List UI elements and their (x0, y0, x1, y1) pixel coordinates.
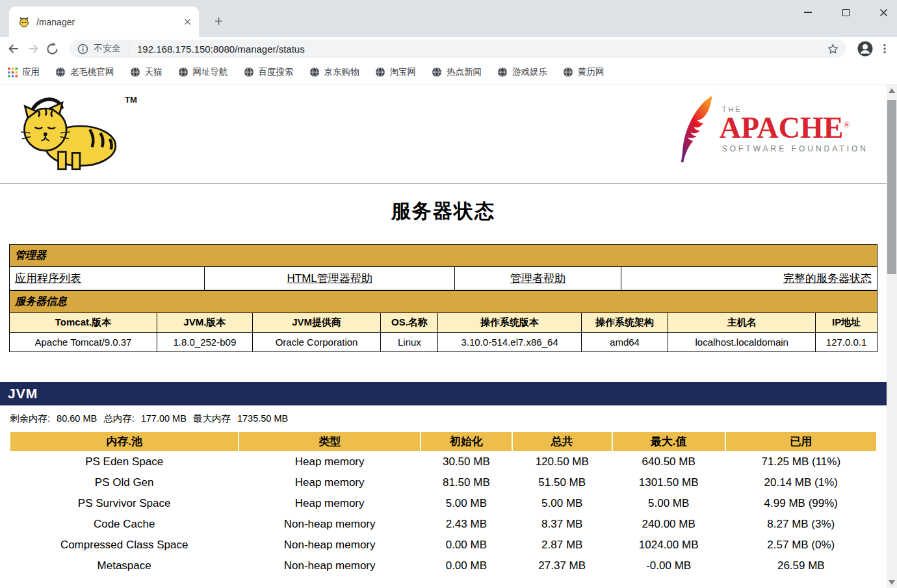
memory-cell: 30.50 MB (421, 452, 512, 472)
free-memory-label: 剩余内存: (10, 413, 50, 424)
address-bar[interactable]: 不安全 192.168.175.150:8080/manager/status (70, 40, 846, 58)
memory-col-header: 类型 (239, 432, 420, 451)
col-header: IP地址 (816, 313, 878, 333)
bookmark-item[interactable]: 游戏娱乐 (497, 66, 547, 78)
profile-button[interactable] (857, 40, 874, 57)
info-cell: Linux (381, 333, 438, 352)
forward-button[interactable] (26, 42, 40, 56)
browser-window: /manager (0, 0, 897, 588)
memory-cell: Non-heap memory (239, 515, 420, 534)
memory-cell: 5.00 MB (421, 494, 512, 513)
close-button[interactable] (874, 3, 893, 22)
scrollbar-thumb[interactable] (887, 100, 896, 274)
free-memory-value: 80.60 MB (57, 413, 97, 424)
memory-cell: Heap memory (239, 452, 420, 472)
tab-close-icon[interactable] (184, 18, 191, 25)
memory-cell: 240.00 MB (613, 515, 725, 534)
info-cell: 1.8.0_252-b09 (157, 333, 252, 352)
info-cell: 127.0.0.1 (816, 333, 878, 352)
link-complete-server-status[interactable]: 完整的服务器状态 (783, 272, 872, 285)
memory-cell: 5.00 MB (513, 494, 612, 513)
divider (0, 183, 887, 184)
scroll-down-icon[interactable] (887, 576, 897, 588)
memory-row: PS Old Gen Heap memory 81.50 MB 51.50 MB… (10, 473, 876, 492)
globe-icon (244, 67, 254, 77)
memory-row: PS Eden Space Heap memory 30.50 MB 120.5… (10, 452, 876, 472)
globe-icon (55, 67, 66, 77)
memory-col-header: 内存.池 (10, 432, 238, 451)
server-info-header-row: Tomcat.版本 JVM.版本 JVM提供商 OS.名称 操作系统版本 操作系… (10, 313, 878, 333)
col-header: OS.名称 (381, 313, 438, 333)
vertical-scrollbar[interactable] (887, 84, 897, 588)
bookmark-item[interactable]: 黄历网 (563, 66, 604, 78)
url-text: 192.168.175.150:8080/manager/status (137, 44, 822, 55)
navigation-bar: 不安全 192.168.175.150:8080/manager/status (0, 37, 897, 60)
bookmark-item[interactable]: 热点新闻 (432, 66, 482, 78)
memory-cell: 120.50 MB (513, 452, 612, 472)
link-applications-list[interactable]: 应用程序列表 (15, 272, 81, 285)
menu-button[interactable] (879, 43, 890, 55)
bookmark-item[interactable]: 京东购物 (309, 66, 359, 78)
memory-cell: 2.57 MB (0%) (726, 535, 876, 555)
memory-col-header: 初始化 (421, 432, 512, 451)
col-header: Tomcat.版本 (10, 313, 157, 333)
link-html-manager-help[interactable]: HTML管理器帮助 (287, 272, 372, 285)
manager-table: 管理器 应用程序列表 HTML管理器帮助 管理者帮助 完整的服务器状态 (9, 244, 878, 290)
memory-cell: 27.37 MB (513, 556, 612, 576)
server-info-data-row: Apache Tomcat/9.0.37 1.8.0_252-b09 Oracl… (10, 333, 878, 352)
bookmark-item[interactable]: 淘宝网 (375, 66, 417, 78)
memory-cell: 8.27 MB (3%) (726, 515, 876, 534)
memory-row: Code Cache Non-heap memory 2.43 MB 8.37 … (10, 515, 876, 534)
info-cell: Apache Tomcat/9.0.37 (10, 333, 157, 352)
bookmark-label: 黄历网 (578, 66, 604, 78)
memory-row: Compressed Class Space Non-heap memory 0… (10, 535, 876, 555)
registered-mark: ® (843, 119, 850, 129)
link-manager-help[interactable]: 管理者帮助 (510, 272, 566, 285)
site-info-icon[interactable] (77, 44, 88, 55)
memory-cell: 0.00 MB (421, 556, 512, 576)
new-tab-button[interactable] (209, 12, 228, 30)
memory-summary: 剩余内存: 80.60 MB 总内存: 177.00 MB 最大内存 1735.… (0, 405, 887, 431)
apps-grid-icon (8, 68, 18, 77)
server-info-table: 服务器信息 Tomcat.版本 JVM.版本 JVM提供商 OS.名称 操作系统… (9, 290, 878, 352)
memory-header-row: 内存.池 类型 初始化 总共 最大.值 已用 (10, 432, 876, 451)
url-divider (129, 44, 129, 54)
total-memory-value: 177.00 MB (141, 413, 187, 424)
bookmark-item[interactable]: 百度搜索 (244, 66, 294, 78)
bookmark-item[interactable]: 网址导航 (178, 66, 228, 78)
bookmark-label: 淘宝网 (390, 66, 417, 78)
memory-cell: Non-heap memory (239, 535, 420, 555)
memory-cell: -0.00 MB (613, 556, 725, 576)
manager-section-title: 管理器 (10, 245, 878, 267)
page-content: TM THE (0, 84, 897, 588)
minimize-button[interactable] (798, 3, 818, 22)
memory-cell: 26.59 MB (726, 556, 876, 576)
globe-icon (432, 67, 442, 77)
reload-button[interactable] (46, 42, 59, 56)
back-button[interactable] (6, 42, 21, 56)
browser-tab[interactable]: /manager (9, 6, 199, 37)
bookmark-item[interactable]: 老毛桃官网 (55, 66, 114, 78)
memory-cell: PS Survivor Space (10, 494, 238, 513)
bookmark-label: 热点新闻 (447, 66, 482, 78)
bookmark-label: 百度搜索 (259, 66, 294, 78)
memory-cell: 81.50 MB (421, 473, 512, 492)
apache-feather-icon (678, 95, 714, 164)
globe-icon (178, 67, 188, 77)
maximize-button[interactable] (836, 3, 855, 22)
memory-cell: 71.25 MB (11%) (726, 452, 876, 472)
memory-cell: Non-heap memory (239, 556, 420, 576)
scroll-up-icon[interactable] (887, 84, 897, 96)
tomcat-favicon-icon (18, 17, 30, 27)
col-header: JVM.版本 (157, 313, 252, 333)
page-title: 服务器状态 (0, 198, 887, 225)
memory-cell: Code Cache (10, 515, 238, 534)
close-icon (879, 8, 888, 17)
bookmark-label: 老毛桃官网 (70, 66, 114, 78)
bookmark-item[interactable]: 天猫 (130, 66, 162, 78)
bookmark-star-icon[interactable] (827, 44, 838, 55)
memory-cell: Heap memory (239, 473, 420, 492)
memory-row: Metaspace Non-heap memory 0.00 MB 27.37 … (10, 556, 876, 576)
apps-launcher[interactable]: 应用 (8, 66, 40, 78)
memory-cell: 2.87 MB (513, 535, 612, 555)
